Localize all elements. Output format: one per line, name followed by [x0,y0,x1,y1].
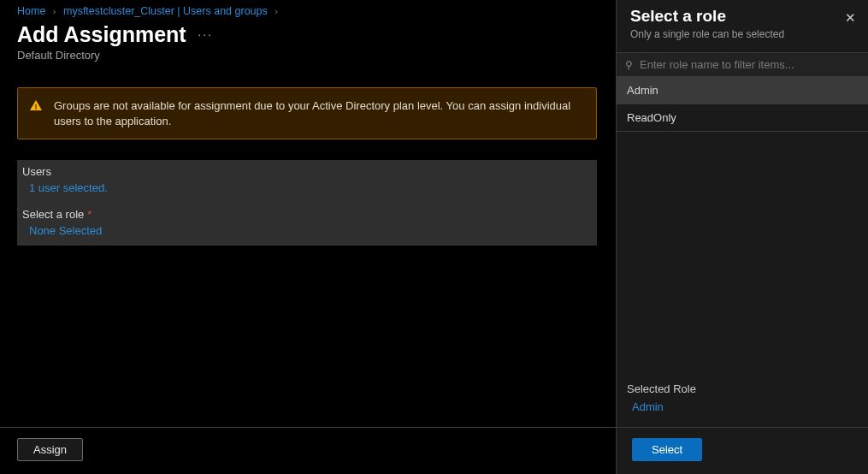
role-search-input[interactable] [638,57,859,72]
assignment-form: Users 1 user selected. Select a role* No… [17,160,597,246]
breadcrumb-cluster[interactable]: mysftestcluster_Cluster | Users and grou… [63,5,268,17]
warning-text: Groups are not available for assignment … [54,99,570,127]
users-label: Users [17,160,597,181]
select-button[interactable]: Select [632,438,702,461]
role-item-admin[interactable]: Admin [617,77,868,104]
assign-button[interactable]: Assign [17,438,83,461]
panel-subtitle: Only a single role can be selected [630,28,854,40]
page-footer: Assign [0,427,616,474]
breadcrumb: Home › mysftestcluster_Cluster | Users a… [17,0,616,19]
role-picker-panel: Select a role ✕ Only a single role can b… [616,0,868,474]
warning-banner: Groups are not available for assignment … [17,87,597,139]
breadcrumb-home[interactable]: Home [17,5,45,17]
more-menu-icon[interactable]: ··· [198,27,213,41]
select-role-value[interactable]: None Selected [17,224,597,246]
users-value[interactable]: 1 user selected. [17,181,597,203]
page-title: Add Assignment [17,22,186,47]
panel-title: Select a role [630,7,854,26]
search-box[interactable]: ⚲ [617,52,868,77]
search-icon: ⚲ [625,59,633,71]
role-list: Admin ReadOnly [617,77,868,132]
chevron-right-icon: › [53,6,56,16]
close-icon[interactable]: ✕ [845,11,856,24]
role-item-readonly[interactable]: ReadOnly [617,104,868,132]
selected-role-value: Admin [627,400,858,422]
chevron-right-icon: › [275,6,278,16]
warning-icon [30,100,42,110]
selected-role-block: Selected Role Admin [617,382,868,428]
page-subtitle: Default Directory [17,49,616,62]
required-star-icon: * [87,208,92,221]
selected-role-label: Selected Role [627,382,858,395]
select-role-label: Select a role* [17,203,597,224]
